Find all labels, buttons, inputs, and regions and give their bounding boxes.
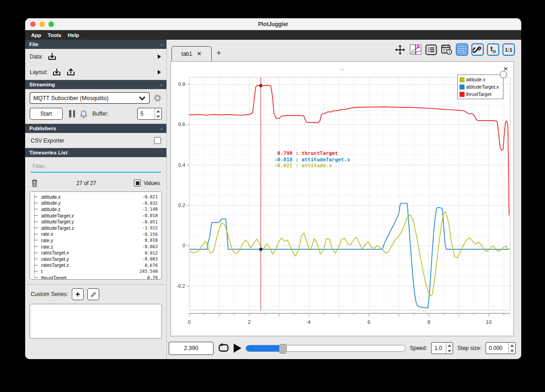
timeseries-row[interactable]: ├─attitude.x-0.021 [33,194,158,200]
series-value: -0.156 [142,232,158,237]
timeseries-row[interactable]: ├─attitudeTarget.y-0.051 [33,218,158,225]
step-size-spinbox[interactable]: 0.000 [486,342,516,354]
start-streaming-button[interactable]: Start [30,108,63,120]
app-window: PlotJuggler App Tools Help File - Data: [25,18,521,359]
custom-series-list[interactable] [30,304,162,339]
legend-swatch-icon [460,85,465,90]
csv-exporter-checkbox[interactable] [154,137,161,144]
spin-up-button[interactable] [446,343,453,348]
series-name: rate.z [41,244,53,249]
add-tab-button[interactable]: + [216,48,221,58]
tree-branch-icon: ├─ [33,244,41,249]
add-custom-series-button[interactable]: + [72,288,84,300]
legend-item[interactable]: attitudeTarget.x [460,84,499,90]
spin-down-button[interactable] [446,348,453,354]
speed-value: 1.0 [432,343,446,354]
edit-custom-series-button[interactable] [87,288,99,300]
pause-icon[interactable] [69,110,75,117]
buffer-spinbox[interactable]: 5 [137,108,162,120]
play-button[interactable] [234,344,241,353]
ratio-button[interactable]: 1:1 [502,43,515,56]
series-name: attitudeTarget.y [41,219,74,224]
menu-bar: App Tools Help [25,30,521,40]
pan-zoom-button[interactable] [394,43,406,56]
load-data-button[interactable] [47,52,57,61]
data-menu-arrow[interactable] [158,54,161,59]
trash-icon[interactable] [31,179,38,187]
timeseries-row[interactable]: ├─ratesTarget.y-0.083 [33,256,158,262]
timeline-slider[interactable] [246,345,406,352]
menu-tools[interactable]: Tools [44,32,64,38]
series-name: attitudeTarget.x [41,213,74,218]
timeseries-row[interactable]: ├─ratesTarget.z0.676 [33,262,158,269]
timeseries-row[interactable]: ├─ratesTarget.x0.012 [33,249,158,256]
time-offset-button[interactable]: tO [487,43,499,56]
filter-input[interactable] [31,162,161,173]
link-axes-button[interactable] [471,43,484,56]
menu-app[interactable]: App [28,32,44,38]
timeseries-row[interactable]: ├─attitude.z-2.148 [33,206,158,212]
curve-style-icon: A [410,44,422,55]
timeseries-row[interactable]: ├─rate.z-0.063 [33,244,158,250]
series-value: -0.021 [142,194,158,199]
legend-item[interactable]: thrustTarget [460,91,499,97]
layout-label: Layout: [30,69,48,75]
file-section-header[interactable]: File - [25,40,166,49]
layout-menu-arrow[interactable] [158,70,161,74]
plot-widget[interactable]: ... × -0.200.20.40.60.80246810 0.790 : t… [171,61,514,336]
series-name: rate.y [41,238,53,243]
loop-icon[interactable] [218,343,230,354]
streaming-section-header[interactable]: Streaming - [25,80,166,89]
legend-label: thrustTarget [466,91,491,97]
gear-icon[interactable] [153,94,162,102]
streaming-source-select[interactable]: MQTT Subscriber (Mosquitto) [30,92,150,104]
date-time-button[interactable] [440,43,453,56]
spin-up-button[interactable] [155,108,161,114]
load-layout-button[interactable] [52,68,62,77]
curve-editor-button[interactable]: A [409,43,422,56]
spin-down-button[interactable] [509,348,515,354]
data-label: Data: [30,53,43,60]
move-arrows-icon [395,44,406,55]
current-time-field[interactable] [169,342,214,355]
spin-down-button[interactable] [155,114,161,119]
legend-handle-icon[interactable] [500,71,507,78]
bell-icon[interactable] [80,110,88,118]
timeseries-row[interactable]: ├─t245.548 [33,268,158,275]
spin-up-button[interactable] [509,343,515,348]
plot-canvas[interactable]: -0.200.20.40.60.80246810 0.790 : thrustT… [171,73,515,331]
title-bar: PlotJuggler [25,18,521,30]
timeseries-row[interactable]: ├─attitude.y-0.032 [33,200,158,207]
timeseries-list[interactable]: ├─attitude.x-0.021├─attitude.y-0.032├─at… [30,191,162,280]
timeseries-section-header[interactable]: Timeseries List [25,148,166,157]
timeseries-row[interactable]: ├─rate.x-0.156 [33,231,158,238]
close-tab-icon[interactable]: ✕ [197,51,202,57]
menu-help[interactable]: Help [64,32,82,38]
tree-branch-icon: ├─ [33,201,41,206]
custom-series-label: Custom Series: [31,291,68,297]
speed-spinbox[interactable]: 1.0 [431,342,453,354]
timeseries-row[interactable]: └─thrustTarget0.79 [33,275,158,280]
grid-layout-button[interactable] [456,43,468,56]
tracker-tooltip-line: -0.018 : attitudeTarget.x [274,157,350,163]
series-name: attitude.z [41,207,61,212]
timeseries-row[interactable]: ├─attitudeTarget.z-1.922 [33,225,158,231]
plot-title: ... [171,65,513,71]
timeseries-row[interactable]: ├─attitudeTarget.x-0.018 [33,212,158,219]
tree-branch-icon: ├─ [33,213,41,218]
save-layout-button[interactable] [66,68,76,77]
series-name: ratesTarget.y [41,256,69,262]
file-section-title: File [29,42,38,47]
values-checkbox[interactable] [134,180,141,186]
publishers-section-header[interactable]: Publishers - [25,124,166,133]
tab-tab1[interactable]: tab1 ✕ [171,46,212,61]
tree-branch-icon: ├─ [33,256,41,261]
chevron-down-icon [139,96,146,101]
plot-legend[interactable]: attitude.xattitudeTarget.xthrustTarget [457,74,503,99]
legend-item[interactable]: attitude.x [460,77,499,82]
list-view-button[interactable] [425,43,437,56]
timeseries-row[interactable]: ├─rate.y0.018 [33,237,158,244]
slider-handle[interactable] [279,344,287,354]
pencil-icon [90,291,97,298]
series-name: attitude.y [41,200,61,206]
